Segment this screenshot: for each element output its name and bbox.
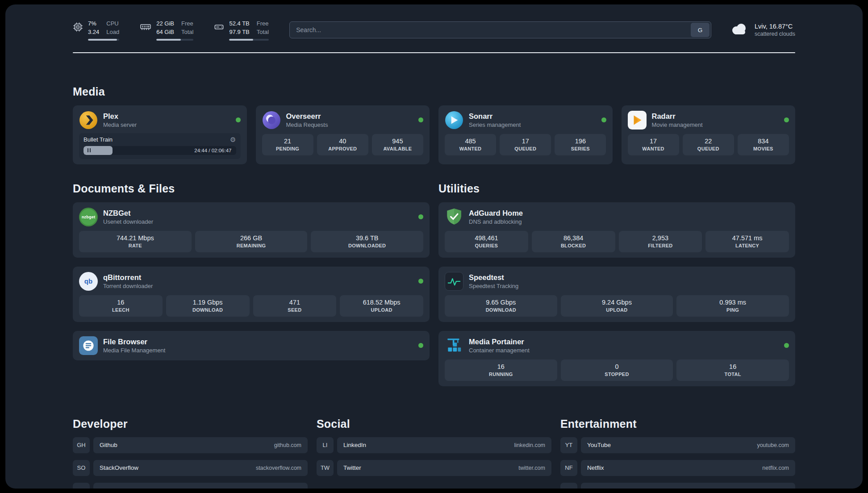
service-desc: Series management — [469, 121, 521, 128]
cpu-load-value: 3.24 — [88, 28, 99, 37]
stat-tile: 16TOTAL — [676, 359, 789, 381]
stat-value: 618.52 Mbps — [363, 299, 401, 306]
service-card-nzbget[interactable]: nzbget NZBGet Usenet downloader 744.21 M… — [73, 202, 430, 258]
stat-tile: 498,461QUERIES — [445, 231, 528, 252]
service-card-overseerr[interactable]: Overseerr Media Requests 21PENDING 40APP… — [256, 105, 430, 164]
stat-tile: 1.19 GbpsDOWNLOAD — [166, 295, 250, 317]
stat-label: APPROVED — [328, 146, 357, 151]
stat-label: QUEUED — [514, 146, 536, 151]
service-card-qbittorrent[interactable]: qb qBittorrent Torrent downloader 16LEEC… — [73, 267, 430, 322]
service-card-radarr[interactable]: Radarr Movie management 17WANTED 22QUEUE… — [622, 105, 796, 164]
service-card-adguard[interactable]: AdGuard Home DNS and adblocking 498,461Q… — [438, 202, 795, 258]
stat-value: 0.993 ms — [719, 299, 746, 306]
service-name: Overseerr — [286, 112, 328, 121]
stat-value: 744.21 Mbps — [117, 234, 154, 242]
stat-label: STOPPED — [605, 372, 629, 377]
service-name: NZBGet — [103, 209, 153, 217]
stat-tile: 21PENDING — [262, 134, 313, 155]
service-card-portainer[interactable]: Media Portainer Container management 16R… — [438, 331, 795, 386]
bookmark-url: github.com — [274, 442, 301, 448]
stat-value: 1.19 Gbps — [193, 299, 223, 306]
stat-tile: 47.571 msLATENCY — [705, 231, 789, 252]
stat-label: BLOCKED — [561, 243, 586, 248]
bookmark-stackoverflow[interactable]: SO StackOverflow stackoverflow.com — [73, 460, 308, 476]
now-playing-panel: Bullet Train ⚙ 24:44 / 02:06:47 — [79, 133, 241, 159]
bookmark-linkedin[interactable]: LI LinkedIn linkedin.com — [317, 437, 551, 453]
bookmark-abbr: RE — [560, 483, 577, 489]
cloud-icon — [730, 22, 749, 38]
stat-label: MOVIES — [753, 146, 773, 151]
ram-label-bottom: Total — [181, 28, 193, 37]
bookmark-abbr: NF — [560, 460, 577, 476]
bookmark-name: StackOverflow — [100, 464, 138, 471]
bookmark-reddit[interactable]: RE Reddit reddit.com — [560, 483, 795, 489]
developer-section-title: Developer — [73, 418, 308, 430]
service-name: Media Portainer — [469, 338, 530, 346]
stat-tile: 2,953FILTERED — [619, 231, 702, 252]
disk-meter-fill — [229, 39, 253, 41]
service-desc: DNS and adblocking — [469, 218, 523, 225]
social-section-title: Social — [317, 418, 551, 430]
bookmark-url: linkedin.com — [514, 442, 545, 448]
service-card-speedtest[interactable]: Speedtest Speedtest Tracking 9.65 GbpsDO… — [438, 267, 795, 322]
service-card-plex[interactable]: Plex Media server Bullet Train ⚙ — [73, 105, 247, 164]
search-bar[interactable]: G — [289, 21, 711, 38]
bookmark-name: Netflix — [587, 464, 604, 471]
bookmark-dev[interactable]: DT DEV dev.to — [73, 483, 308, 489]
bookmark-url: reddit.com — [763, 488, 789, 489]
stat-label: QUEUED — [697, 146, 719, 151]
stat-tile: 0STOPPED — [561, 359, 673, 381]
service-card-filebrowser[interactable]: File Browser Media File Management — [73, 331, 430, 360]
bookmark-twitter[interactable]: TW Twitter twitter.com — [317, 460, 551, 476]
now-playing-title: Bullet Train — [83, 136, 113, 143]
service-name: Speedtest — [469, 273, 518, 282]
stat-value: 47.571 ms — [732, 234, 763, 242]
service-desc: Torrent downloader — [103, 283, 153, 289]
stat-value: 2,953 — [652, 234, 668, 242]
stat-value: 86,384 — [563, 234, 583, 242]
stat-value: 471 — [289, 299, 300, 306]
bookmark-abbr: DT — [73, 483, 90, 489]
top-bar: 7% 3.24 CPU Load — [73, 20, 795, 41]
stat-value: 16 — [729, 363, 736, 370]
stat-label: AVAILABLE — [383, 146, 412, 151]
bookmarks-entertainment: Entertainment YT YouTube youtube.com NF … — [560, 418, 795, 489]
utilities-section-title: Utilities — [438, 182, 795, 195]
media-section-title: Media — [73, 85, 795, 98]
stat-value: 196 — [575, 138, 586, 145]
stat-tile: 9.24 GbpsUPLOAD — [561, 295, 673, 317]
service-desc: Usenet downloader — [103, 218, 153, 225]
stat-label: DOWNLOAD — [486, 307, 516, 313]
stat-tile: 39.6 TBDOWNLOADED — [311, 231, 423, 252]
stat-label: PENDING — [276, 146, 299, 151]
stat-label: DOWNLOAD — [192, 307, 223, 313]
search-provider-button[interactable]: G — [691, 23, 709, 37]
bookmark-github[interactable]: GH Github github.com — [73, 437, 308, 453]
entertainment-section-title: Entertainment — [560, 418, 795, 430]
stat-label: UPLOAD — [606, 307, 627, 313]
cpu-icon — [73, 22, 83, 34]
documents-section-title: Documents & Files — [73, 182, 430, 195]
bookmark-name: Reddit — [587, 487, 605, 489]
stat-value: 0 — [615, 363, 618, 370]
bookmark-netflix[interactable]: NF Netflix netflix.com — [560, 460, 795, 476]
playback-progress-bar[interactable]: 24:44 / 02:06:47 — [83, 146, 236, 155]
settings-gear-icon[interactable]: ⚙ — [230, 136, 236, 143]
stat-value: 21 — [284, 138, 291, 145]
stat-tile: 22QUEUED — [683, 134, 734, 155]
service-card-sonarr[interactable]: Sonarr Series management 485WANTED 17QUE… — [438, 105, 613, 164]
stat-tile: 744.21 MbpsRATE — [79, 231, 192, 252]
stat-value: 22 — [705, 138, 712, 145]
stat-value: 39.6 TB — [356, 234, 379, 242]
bookmark-youtube[interactable]: YT YouTube youtube.com — [560, 437, 795, 453]
stat-value: 266 GB — [240, 234, 262, 242]
bookmark-abbr: YT — [560, 437, 577, 453]
cpu-meter-fill — [88, 39, 117, 41]
service-name: AdGuard Home — [469, 209, 523, 217]
bookmark-url: stackoverflow.com — [256, 465, 301, 471]
disk-label-top: Free — [257, 20, 269, 28]
search-input[interactable] — [290, 26, 691, 33]
stat-tile: 618.52 MbpsUPLOAD — [340, 295, 423, 317]
pause-icon[interactable] — [88, 148, 91, 152]
stat-label: WANTED — [459, 146, 481, 151]
